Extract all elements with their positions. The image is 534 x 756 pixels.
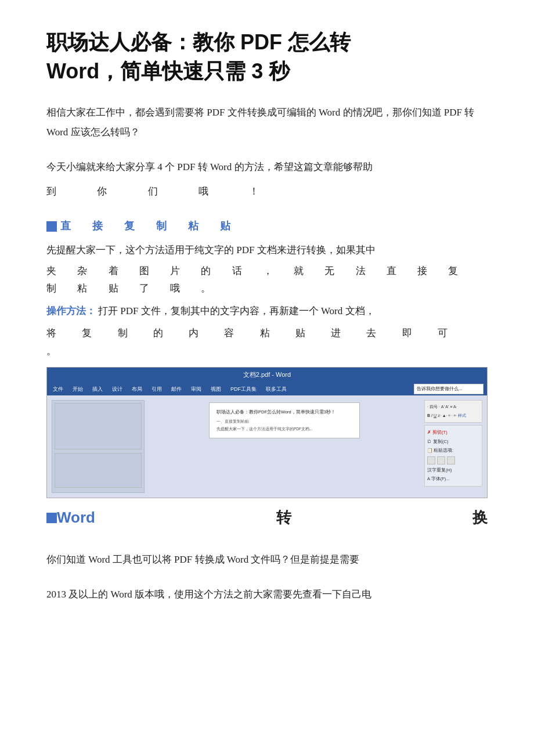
ribbon-tab-start: 开始 <box>70 384 85 394</box>
operation-row: 操作方法： 打开 PDF 文件，复制其中的文字内容，再新建一个 Word 文档， <box>46 301 488 321</box>
ribbon-tab-design: 设计 <box>110 384 125 394</box>
op-spread: 将 复 制 的 内 容 粘 贴 进 去 即 可 。 <box>46 325 488 360</box>
word-context-menu: ✗ 剪切(T) 🗋 复制(C) 📋 粘贴选项: 汉字重复(H) A 字体(F).… <box>424 425 482 487</box>
word-formatting-bar: · 四号 · A' A' ≡ A· B I U Z· ▲· ≡ · ≡· 样式 <box>424 400 482 423</box>
article-title: 职场达人必备：教你 PDF 怎么转 Word，简单快速只需 3 秒 <box>46 28 488 87</box>
ribbon-tab-mail: 邮件 <box>169 384 184 394</box>
ribbon-tab-pdf: PDF工具集 <box>228 384 259 394</box>
intro-para1: 相信大家在工作中，都会遇到需要将 PDF 文件转换成可编辑的 Word 的情况吧… <box>46 103 488 142</box>
paste-opt2 <box>437 456 445 465</box>
intro-para2: 今天小编就来给大家分享 4 个 PDF 转 Word 的方法，希望这篇文章能够帮… <box>46 157 488 177</box>
title-line2: Word，简单快速只需 3 秒 <box>46 59 290 83</box>
copy-item: 🗋 复制(C) <box>427 437 479 447</box>
cut-item: ✗ 剪切(T) <box>427 428 479 437</box>
paste-opt3 <box>447 456 455 465</box>
word-left-panel <box>52 400 145 493</box>
section2-header: Word 转 换 <box>46 503 488 532</box>
section1-title: 直 接 复 制 粘 贴 <box>60 217 240 235</box>
op-label: 操作方法： <box>46 305 96 316</box>
word-screenshot: 文档2.pdf - Word 文件 开始 插入 设计 布局 引用 邮件 审阅 视… <box>46 367 488 498</box>
intro-spread: 到 你 们 哦 ！ <box>46 183 488 201</box>
ribbon-tab-review: 审阅 <box>189 384 204 394</box>
word-page: 职场达人必备：教你PDF怎么转Word，简单快速只需3秒！ 一、直接复制粘贴 先… <box>209 402 360 438</box>
word-center: 职场达人必备：教你PDF怎么转Word，简单快速只需3秒！ 一、直接复制粘贴 先… <box>149 400 420 493</box>
word-body: 职场达人必备：教你PDF怎么转Word，简单快速只需3秒！ 一、直接复制粘贴 先… <box>47 395 487 498</box>
word-page-content: 职场达人必备：教你PDF怎么转Word，简单快速只需3秒！ <box>217 409 352 416</box>
op-desc: 打开 PDF 文件，复制其中的文字内容，再新建一个 Word 文档， <box>98 305 375 316</box>
ribbon-tab-more: 联多工具 <box>264 384 289 394</box>
bottom-para1: 你们知道 Word 工具也可以将 PDF 转换成 Word 文件吗？但是前提是需… <box>46 550 488 570</box>
section2-icon <box>46 513 57 523</box>
paste-opt1 <box>427 456 435 465</box>
ribbon-tab-layout: 布局 <box>129 384 145 394</box>
word-ribbon: 文件 开始 插入 设计 布局 引用 邮件 审阅 视图 PDF工具集 联多工具 告… <box>47 383 487 395</box>
word-titlebar: 文档2.pdf - Word <box>47 368 487 383</box>
section2-huan: 换 <box>472 504 488 531</box>
section1-header: 直 接 复 制 粘 贴 <box>46 217 488 235</box>
section1-notice2: 夹 杂 着 图 片 的 话 ， 就 无 法 直 接 复 制 粘 贴 了 哦 。 <box>46 262 488 298</box>
word-search-box: 告诉我你想要做什么... <box>414 384 484 394</box>
font-item: A 字体(F)... <box>427 474 479 484</box>
word-right-panel: · 四号 · A' A' ≡ A· B I U Z· ▲· ≡ · ≡· 样式 … <box>424 400 482 493</box>
section1-notice1: 先提醒大家一下，这个方法适用于纯文字的 PDF 文档来进行转换，如果其中 <box>46 240 488 260</box>
title-line1: 职场达人必备：教你 PDF 怎么转 <box>46 30 351 54</box>
kanji-item: 汉字重复(H) <box>427 466 479 475</box>
ribbon-tab-ref: 引用 <box>149 384 164 394</box>
paste-item: 📋 粘贴选项: <box>427 446 479 455</box>
section2-word-label: Word <box>57 504 95 531</box>
ribbon-tab-view: 视图 <box>208 384 223 394</box>
section1-icon <box>46 221 57 232</box>
section2-zhuan: 转 <box>95 504 472 531</box>
ribbon-tab-insert: 插入 <box>90 384 105 394</box>
bottom-para2: 2013 及以上的 Word 版本哦，使用这个方法之前大家需要先查看一下自己电 <box>46 585 488 604</box>
ribbon-tab-file: 文件 <box>50 384 66 394</box>
